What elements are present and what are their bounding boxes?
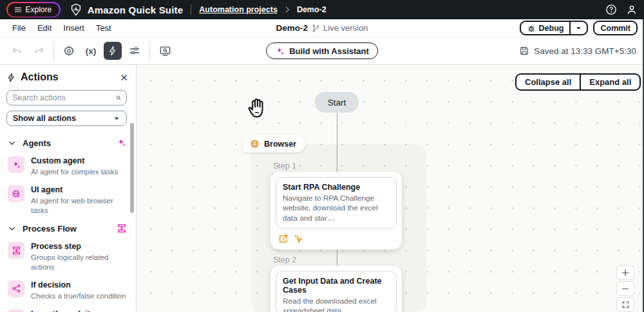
settings-tool-button[interactable]	[60, 42, 78, 60]
menu-test[interactable]: Test	[90, 23, 117, 33]
section-agents[interactable]: Agents	[6, 134, 136, 152]
actions-filter-value: Show all actions	[13, 114, 113, 123]
action-item-desc: AI agent for web browser tasks	[31, 196, 129, 215]
ai-cursor-icon[interactable]	[293, 234, 303, 244]
menu-insert[interactable]: Insert	[57, 23, 90, 33]
redo-button[interactable]	[30, 42, 48, 60]
breadcrumb-parent-link[interactable]: Automation projects	[199, 5, 278, 14]
explore-button-border: Explore	[6, 2, 61, 17]
hand-cursor	[245, 95, 270, 122]
variables-icon: (x)	[86, 46, 97, 56]
action-item-custom-agent[interactable]: Custom agent AI agent for complex tasks	[6, 152, 136, 181]
brand-name: Amazon Quick Suite	[88, 5, 184, 15]
collapse-expand-group: Collapse all Expand all	[515, 73, 641, 91]
step-2-node-body: Get Input Data and Create Cases Read the…	[276, 271, 397, 312]
node-title: Start RPA Challenge	[283, 183, 390, 192]
commit-label: Commit	[600, 24, 630, 33]
chevron-down-icon	[8, 225, 16, 233]
menu-bar: File Edit Insert Test Demo-2 Live versio…	[0, 19, 644, 37]
process-flow-icon	[117, 223, 127, 234]
document-name: Demo-2	[276, 23, 308, 33]
save-status-label: Saved at 13:33 GMT+5:30	[534, 46, 636, 56]
step-1-label: Step 1	[273, 161, 296, 170]
action-item-title: Custom agent	[31, 156, 118, 166]
browser-group-label: Browser	[264, 140, 296, 149]
flow-canvas[interactable]: Collapse all Expand all Start Browser St…	[137, 65, 644, 312]
hamburger-icon	[14, 6, 22, 14]
toolbar-divider-2	[149, 41, 150, 60]
step-2-node-card[interactable]: Get Input Data and Create Cases Read the…	[270, 266, 402, 312]
node-desc: Read the downloaded excel spreadsheet da…	[283, 297, 390, 312]
user-icon[interactable]	[626, 4, 638, 15]
undo-button[interactable]	[8, 42, 26, 60]
fit-to-screen-button[interactable]	[616, 297, 634, 312]
step-1-node-body: Start RPA Challenge Navigate to RPA Chal…	[276, 177, 397, 229]
sidebar-scrollbar[interactable]	[130, 123, 134, 213]
app-window: Explore Amazon Quick Suite Automation pr…	[0, 0, 644, 312]
document-title-group: Demo-2 Live version	[276, 23, 368, 33]
configure-tool-button[interactable]	[126, 42, 144, 60]
sliders-icon	[129, 45, 140, 57]
version-label: Live version	[323, 23, 368, 33]
section-process-flow[interactable]: Process Flow	[6, 219, 136, 237]
section-process-flow-label: Process Flow	[23, 224, 110, 234]
caret-down-icon	[113, 115, 120, 122]
external-link-icon[interactable]	[278, 234, 289, 244]
gear-icon	[63, 45, 75, 57]
start-node[interactable]: Start	[315, 92, 359, 113]
sparkle-icon	[275, 46, 285, 56]
action-item-loop-through-items[interactable]: Loop through items Repeats actions for e…	[6, 305, 136, 312]
actions-panel: Actions ✕ Show all actions Agents	[0, 65, 137, 312]
variables-tool-button[interactable]: (x)	[82, 42, 100, 60]
action-item-ui-agent[interactable]: UI agent AI agent for web browser tasks	[6, 181, 136, 219]
action-item-process-step[interactable]: Process step Groups logically related ac…	[6, 237, 136, 276]
toolbar-divider	[53, 41, 54, 60]
debug-split-button: Debug	[520, 21, 589, 35]
action-item-desc: AI agent for complex tasks	[31, 167, 118, 176]
action-item-title: If decision	[31, 280, 126, 290]
collapse-all-button[interactable]: Collapse all	[516, 75, 580, 89]
browser-group-tab[interactable]: Browser	[243, 135, 305, 152]
action-item-if-decision[interactable]: If decision Checks a true/false conditio…	[6, 276, 136, 305]
commit-button[interactable]: Commit	[593, 21, 638, 35]
chevron-down-icon	[8, 139, 16, 147]
caret-down-icon	[575, 24, 582, 32]
menu-file[interactable]: File	[6, 23, 32, 33]
search-icon[interactable]	[116, 93, 121, 102]
explore-button[interactable]: Explore	[8, 3, 60, 17]
loop-icon	[8, 309, 24, 312]
action-item-desc: Groups logically related actions	[31, 253, 129, 271]
step-1-node-card[interactable]: Start RPA Challenge Navigate to RPA Chal…	[270, 172, 402, 250]
save-icon	[519, 46, 529, 56]
debug-dropdown-button[interactable]	[569, 22, 587, 34]
zoom-out-button[interactable]	[616, 281, 634, 296]
action-item-title: Process step	[31, 242, 129, 252]
menu-edit[interactable]: Edit	[32, 23, 57, 33]
process-step-icon	[8, 242, 24, 259]
breadcrumb-current: Demo-2	[297, 5, 327, 14]
topbar-divider	[191, 5, 191, 15]
help-icon[interactable]	[605, 4, 617, 15]
build-with-assistant-button[interactable]: Build with Assistant	[266, 42, 378, 59]
toolbar: (x) Build with Assistant Saved at 13:33 …	[0, 37, 644, 65]
brand[interactable]: Amazon Quick Suite	[70, 3, 184, 16]
actions-tool-button[interactable]	[104, 42, 122, 60]
actions-filter-dropdown[interactable]: Show all actions	[6, 111, 127, 126]
step-2-label: Step 2	[273, 255, 296, 264]
agents-sparkle-icon	[117, 138, 127, 148]
if-decision-icon	[8, 280, 24, 297]
save-status: Saved at 13:33 GMT+5:30	[519, 46, 636, 56]
debug-label: Debug	[539, 24, 564, 33]
zoom-controls	[616, 265, 634, 312]
screen-preview-tool-button[interactable]	[156, 42, 174, 60]
bug-icon	[527, 24, 536, 33]
debug-button[interactable]: Debug	[521, 22, 570, 34]
version-branch-icon	[311, 24, 320, 33]
close-icon[interactable]: ✕	[120, 73, 128, 82]
section-agents-label: Agents	[23, 138, 110, 148]
search-actions-input[interactable]	[12, 93, 116, 102]
custom-agent-icon	[8, 156, 24, 173]
chevron-right-icon	[283, 5, 292, 14]
zoom-in-button[interactable]	[616, 265, 634, 280]
expand-all-button[interactable]: Expand all	[580, 75, 639, 89]
